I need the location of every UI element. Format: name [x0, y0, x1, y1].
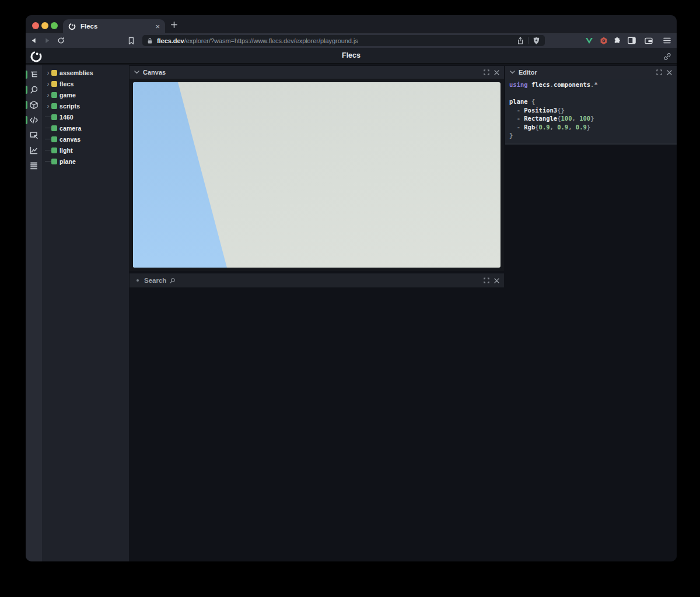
entity-label: 1460 [60, 114, 74, 121]
inspector-icon [29, 131, 38, 140]
memory-icon [29, 161, 38, 170]
leaf-dash [45, 117, 51, 118]
expand-arrow-icon[interactable]: › [45, 102, 51, 110]
tree-item-1460[interactable]: 1460 [42, 111, 129, 122]
expand-arrow-icon[interactable]: › [45, 69, 51, 77]
vue-devtools-icon[interactable] [584, 33, 594, 48]
tree-item-game[interactable]: ›game [42, 89, 129, 100]
chevron-down-icon[interactable] [510, 71, 515, 74]
app-header: Flecs [26, 48, 677, 64]
wallet-icon[interactable] [644, 33, 653, 48]
chevron-down-icon[interactable] [134, 71, 139, 74]
code-line [509, 89, 672, 98]
tab-bar: Flecs × [26, 15, 677, 33]
permalink-icon[interactable] [663, 52, 671, 61]
close-panel-button[interactable] [494, 70, 499, 75]
extension-red-icon[interactable] [599, 33, 608, 48]
entity-label: assemblies [60, 69, 93, 76]
tree-item-flecs[interactable]: ›flecs [42, 78, 129, 89]
panel-title: Editor [519, 69, 652, 76]
search-panel-title: Search [144, 277, 166, 284]
entity-label: camera [60, 125, 81, 132]
tree-item-plane[interactable]: plane [42, 156, 129, 167]
sidebar-item-inspector[interactable] [26, 128, 42, 143]
reload-button[interactable] [56, 33, 65, 48]
entity-color-square [51, 70, 57, 76]
back-button[interactable] [29, 33, 38, 48]
expand-arrow-icon[interactable]: › [45, 80, 51, 88]
url-text: flecs.dev/explorer/?wasm=https://www.fle… [157, 37, 517, 44]
code-editor[interactable]: using flecs.components.*plane { - Positi… [505, 79, 677, 145]
page-title: Flecs [26, 51, 677, 59]
bookmark-icon[interactable] [127, 33, 136, 48]
editor-panel: Editor using flecs.components.*plane { -… [505, 66, 677, 145]
close-panel-button[interactable] [494, 278, 499, 283]
browser-window: Flecs × flecs.dev/explorer/?wasm=https:/… [26, 15, 677, 561]
expand-arrow-icon[interactable]: › [45, 91, 51, 99]
entity-color-square [51, 159, 57, 164]
entity-label: game [60, 92, 76, 99]
tab-title: Flecs [80, 23, 155, 30]
entity-label: scripts [60, 103, 80, 110]
close-window-button[interactable] [32, 22, 39, 29]
code-icon [29, 115, 38, 125]
tree-item-scripts[interactable]: ›scripts [42, 100, 129, 111]
search-icon [169, 278, 176, 284]
outliner-icon [29, 70, 38, 79]
tab-close-icon[interactable]: × [155, 23, 160, 30]
entity-color-square [51, 136, 57, 142]
share-icon[interactable] [517, 37, 524, 45]
sidebar-toggle-icon[interactable] [627, 33, 636, 48]
entity-tree: ›assemblies›flecs›game›scripts1460camera… [42, 65, 129, 561]
collapsed-indicator[interactable] [136, 279, 139, 282]
search-icon [29, 85, 38, 94]
sidebar-item-editor[interactable] [26, 113, 42, 128]
expand-panel-button[interactable] [484, 278, 489, 283]
active-indicator [26, 71, 27, 79]
leaf-dash [45, 128, 51, 129]
active-indicator [26, 101, 27, 109]
code-line: } [509, 131, 672, 140]
sidebar-item-memory[interactable] [26, 158, 42, 173]
sidebar-item-search[interactable] [26, 82, 42, 97]
3d-viewport[interactable] [133, 82, 501, 268]
sidebar-item-outliner[interactable] [26, 67, 42, 82]
forward-button[interactable] [43, 33, 52, 48]
entity-color-square [51, 103, 57, 109]
lock-icon [147, 37, 153, 44]
code-line: plane { [509, 97, 672, 106]
canvas-panel: Canvas [130, 66, 504, 271]
search-panel-header: Search [130, 273, 504, 287]
tree-item-assemblies[interactable]: ›assemblies [42, 67, 129, 78]
leaf-dash [45, 161, 51, 162]
sidebar-item-entities[interactable] [26, 97, 42, 113]
new-tab-button[interactable] [170, 21, 178, 29]
code-line: - Rectangle{100, 100} [509, 114, 672, 123]
extensions-puzzle-icon[interactable] [612, 33, 622, 48]
menu-icon[interactable] [662, 33, 671, 48]
expand-panel-button[interactable] [656, 69, 662, 75]
flecs-favicon [68, 23, 76, 30]
tree-item-canvas[interactable]: canvas [42, 134, 129, 145]
brave-shield-icon[interactable] [533, 37, 540, 45]
stats-icon [29, 146, 38, 155]
scene-sky [133, 82, 501, 268]
code-line: - Position3{} [509, 106, 672, 115]
entity-color-square [51, 114, 57, 120]
entity-color-square [51, 81, 57, 87]
minimize-window-button[interactable] [41, 22, 48, 29]
browser-tab[interactable]: Flecs × [63, 19, 165, 33]
expand-panel-button[interactable] [484, 69, 489, 75]
tree-item-camera[interactable]: camera [42, 122, 129, 134]
canvas-panel-header: Canvas [130, 66, 504, 79]
entity-label: canvas [60, 136, 80, 143]
url-bar[interactable]: flecs.dev/explorer/?wasm=https://www.fle… [142, 35, 545, 46]
sidebar-item-stats[interactable] [26, 143, 42, 158]
tree-item-light[interactable]: light [42, 145, 129, 156]
zoom-window-button[interactable] [51, 22, 58, 29]
leaf-dash [45, 150, 51, 151]
cube-icon [29, 100, 38, 110]
entity-color-square [51, 148, 57, 153]
close-panel-button[interactable] [667, 70, 672, 75]
code-line: - Rgb{0.9, 0.9, 0.9} [509, 123, 672, 132]
